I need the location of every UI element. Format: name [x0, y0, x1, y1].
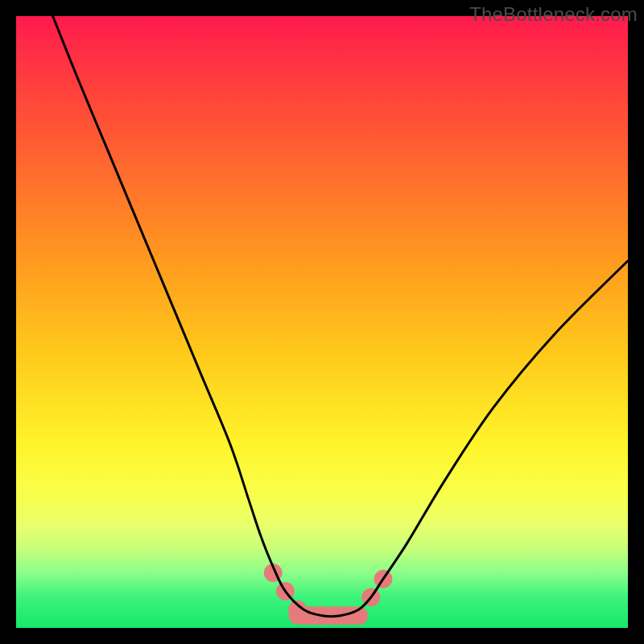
marker-point — [337, 607, 355, 625]
chart-svg — [16, 16, 628, 628]
marker-point — [350, 607, 368, 625]
marker-point — [325, 607, 343, 625]
bottleneck-curve — [53, 16, 628, 617]
marker-point — [301, 607, 319, 625]
marker-point — [289, 601, 307, 618]
marker-point — [264, 564, 282, 582]
marker-point — [276, 582, 294, 600]
marker-point — [313, 607, 331, 625]
marker-point — [362, 588, 380, 606]
marker-capsule — [289, 607, 368, 625]
marker-point — [374, 570, 392, 588]
chart-frame: TheBottleneck.com — [0, 0, 644, 644]
plot-area — [16, 16, 628, 628]
markers-group — [264, 564, 392, 625]
